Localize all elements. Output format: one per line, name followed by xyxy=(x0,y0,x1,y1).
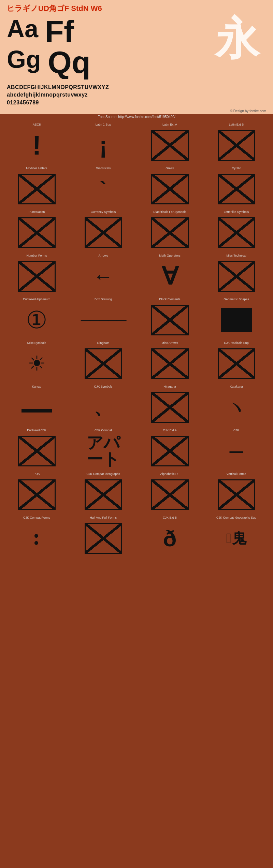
xbox-diacforsym xyxy=(151,217,189,248)
content-cjk: ― xyxy=(213,434,260,468)
content-modletters xyxy=(13,172,61,206)
label-letterlike: Letterlike Symbols xyxy=(224,210,249,214)
label-hiragana: Hiragana xyxy=(163,385,176,389)
xbox-cjkcompatideog xyxy=(85,479,122,510)
label-cjkexta: CJK Ext A xyxy=(163,429,177,433)
cell-hiragana: Hiragana xyxy=(136,384,203,426)
alphabet-upper: ABCDEFGHIJKLMNOPQRSTUVWXYZ xyxy=(7,84,266,91)
xbox-numforms xyxy=(18,261,56,292)
content-cjkcompat: アパート xyxy=(80,434,127,468)
content-cjkcompatforms: ︰ xyxy=(13,521,61,555)
xbox-cjkexta xyxy=(151,436,189,466)
xbox-cjkradsup xyxy=(218,348,255,379)
content-alphabeticpf xyxy=(146,478,194,512)
glyph-blackrect xyxy=(221,308,252,332)
xbox-pua xyxy=(18,479,56,510)
cell-punctuation: Punctuation xyxy=(3,209,70,252)
xbox-currency xyxy=(85,217,122,248)
content-miscarrows xyxy=(146,347,194,381)
content-halfandfull xyxy=(80,521,127,555)
xbox-greek xyxy=(151,174,189,204)
cell-modletters: Modifier Letters xyxy=(3,165,70,208)
cell-greek: Greek xyxy=(136,165,203,208)
label-modletters: Modifier Letters xyxy=(26,167,47,171)
cell-miscsym: Misc Symbols ☀ xyxy=(3,340,70,383)
char-aa: Aa xyxy=(7,16,38,47)
label-diacriticals: Diacriticals xyxy=(96,167,111,171)
grid-row-6: Misc Symbols ☀ Dingbats Misc Arrows CJK … xyxy=(3,340,270,383)
xbox-punctuation xyxy=(18,217,56,248)
label-diacforsym: Diacriticals For Symbols xyxy=(153,210,186,214)
label-cjk: CJK xyxy=(233,429,239,433)
label-alphabeticpf: Alphabetic PF xyxy=(160,472,179,476)
content-pua xyxy=(13,478,61,512)
grid-row-1: ASCII ! Latin 1 Sup ¡ Latin Ext A Latin … xyxy=(3,121,270,164)
cell-kangxi: Kangxi xyxy=(3,384,70,426)
content-arrows: ← xyxy=(80,259,127,293)
label-boxdrawing: Box Drawing xyxy=(95,298,112,302)
glyph-inv-exclaim: ¡ xyxy=(99,133,107,157)
grid-row-3: Punctuation Currency Symbols Diacritical… xyxy=(3,209,270,252)
content-diacforsym xyxy=(146,216,194,250)
label-geoshapes: Geometric Shapes xyxy=(224,298,249,302)
label-blockelem: Block Elements xyxy=(159,298,180,302)
label-ascii: ASCII xyxy=(33,123,41,127)
label-punctuation: Punctuation xyxy=(29,210,45,214)
cell-blockelem: Block Elements xyxy=(136,296,203,339)
content-latin1sup: ¡ xyxy=(80,128,127,162)
content-misctech xyxy=(213,259,260,293)
glyph-cjk-comma: 、 xyxy=(94,398,113,417)
label-miscsym: Misc Symbols xyxy=(27,341,46,345)
cell-cjkcompatideogsupp: CJK Compat Ideographs Sup 𠮷 鬼 xyxy=(203,515,270,558)
kanji-preview: 永 xyxy=(215,16,259,61)
content-cjkradsup xyxy=(213,347,260,381)
label-cjkcompatforms: CJK Compat Forms xyxy=(23,516,50,520)
glyph-backtick: ` xyxy=(100,179,107,199)
label-vertforms: Vertical Forms xyxy=(227,472,246,476)
cell-katakana: Katakana ヽ xyxy=(203,384,270,426)
cell-cyrillic: Cyrillic xyxy=(203,165,270,208)
glyph-kangxi-dash xyxy=(21,409,52,413)
latin-preview: Aa Ff Gg Qq xyxy=(7,16,90,78)
grid-row-9: PUA CJK Compat Ideographs Alphabetic PF … xyxy=(3,471,270,514)
cell-cjk: CJK ― xyxy=(203,427,270,470)
label-arrows: Arrows xyxy=(98,254,108,258)
label-latinexta: Latin Ext A xyxy=(162,123,177,127)
content-enclosedcjk xyxy=(13,434,61,468)
content-latinextb xyxy=(213,128,260,162)
label-greek: Greek xyxy=(166,167,174,171)
label-cyrillic: Cyrillic xyxy=(232,167,241,171)
cell-enclosed: Enclosed Alphanum ① xyxy=(3,296,70,339)
cell-enclosedcjk: Enclosed CJK xyxy=(3,427,70,470)
cell-cjkcompat: CJK Compat アパート xyxy=(70,427,136,470)
label-pua: PUA xyxy=(33,472,40,476)
glyph-katakana-tick: ヽ xyxy=(227,398,246,417)
glyph-arrow: ← xyxy=(93,266,114,287)
xbox-misctech xyxy=(218,261,255,292)
grid-row-5: Enclosed Alphanum ① Box Drawing ───── Bl… xyxy=(3,296,270,339)
glyph-grid: ASCII ! Latin 1 Sup ¡ Latin Ext A Latin … xyxy=(0,120,273,560)
cell-boxdrawing: Box Drawing ───── xyxy=(70,296,136,339)
char-ff: Ff xyxy=(45,16,74,47)
label-cjkcompatideogsupp: CJK Compat Ideographs Sup xyxy=(216,516,256,520)
xbox-dingbats xyxy=(85,348,122,379)
cell-alphabeticpf: Alphabetic PF xyxy=(136,471,203,514)
xbox-latinextb xyxy=(218,130,255,161)
char-gg: Gg xyxy=(7,47,41,78)
content-cjksym: 、 xyxy=(80,390,127,424)
cell-cjkradsup: CJK Radicals Sup xyxy=(203,340,270,383)
content-vertforms xyxy=(213,478,260,512)
cell-diacriticals: Diacriticals ` xyxy=(70,165,136,208)
xbox-cyrillic xyxy=(218,174,255,204)
content-blockelem xyxy=(146,303,194,337)
cell-letterlike: Letterlike Symbols xyxy=(203,209,270,252)
cell-diacforsym: Diacriticals For Symbols xyxy=(136,209,203,252)
cell-ascii: ASCII ! xyxy=(3,121,70,164)
content-boxdrawing: ───── xyxy=(80,303,127,337)
xbox-miscarrows xyxy=(151,348,189,379)
label-dingbats: Dingbats xyxy=(97,341,110,345)
cell-mathops: Math Operators ∀ xyxy=(136,252,203,295)
cell-latinextb: Latin Ext B xyxy=(203,121,270,164)
cell-cjksym: CJK Symbols 、 xyxy=(70,384,136,426)
cell-pua: PUA xyxy=(3,471,70,514)
